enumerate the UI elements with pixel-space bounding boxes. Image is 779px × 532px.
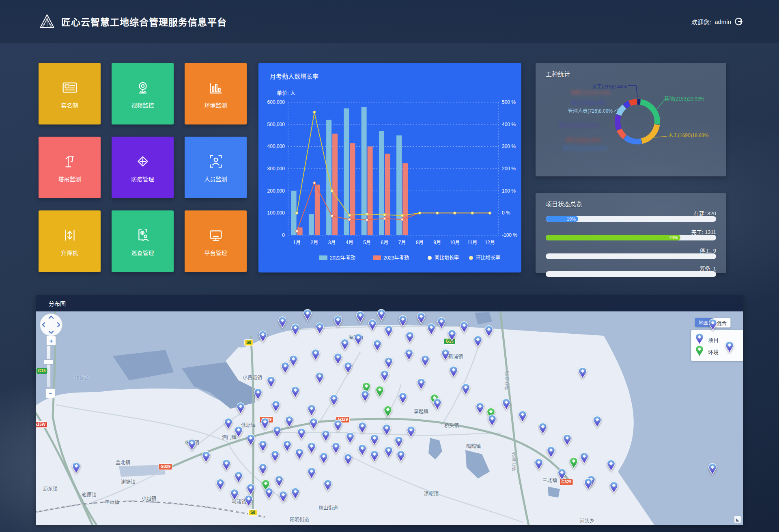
project-marker-pin[interactable] xyxy=(488,414,497,427)
project-marker-pin[interactable] xyxy=(370,434,379,446)
project-marker-pin[interactable] xyxy=(244,495,253,507)
project-marker-pin[interactable] xyxy=(319,452,328,464)
project-marker-pin[interactable] xyxy=(609,481,618,493)
logout-icon[interactable] xyxy=(734,17,743,26)
project-marker-pin[interactable] xyxy=(271,400,280,412)
project-marker-pin[interactable] xyxy=(260,418,269,430)
project-marker-pin[interactable] xyxy=(384,357,393,369)
project-marker-pin[interactable] xyxy=(340,339,349,351)
project-marker-pin[interactable] xyxy=(394,436,403,448)
project-marker-pin[interactable] xyxy=(246,483,255,496)
project-marker-pin[interactable] xyxy=(224,418,233,430)
project-marker-pin[interactable] xyxy=(427,323,436,335)
project-marker-pin[interactable] xyxy=(297,428,306,440)
project-marker-pin[interactable] xyxy=(708,319,717,331)
project-marker-pin[interactable] xyxy=(417,312,426,324)
project-marker-pin[interactable] xyxy=(373,339,382,352)
project-marker-pin[interactable] xyxy=(307,442,316,454)
project-marker-pin[interactable] xyxy=(557,468,566,481)
project-marker-pin[interactable] xyxy=(433,398,442,410)
project-marker-pin[interactable] xyxy=(534,458,543,470)
project-marker-pin[interactable] xyxy=(398,392,407,404)
project-marker-pin[interactable] xyxy=(593,416,602,428)
project-marker-pin[interactable] xyxy=(417,378,426,390)
map-canvas[interactable]: + − 地图 混合 项目环境 ◣ 钱塘江庵东镇新浦镇小曹娥镇低塘镇临山镇泗门镇盖… xyxy=(36,311,743,525)
module-tile-3[interactable]: 环境监测 xyxy=(185,63,247,124)
project-marker-pin[interactable] xyxy=(437,317,446,329)
module-tile-7[interactable]: 升降机 xyxy=(39,210,101,272)
project-marker-pin[interactable] xyxy=(273,426,282,438)
project-marker-pin[interactable] xyxy=(382,424,391,436)
map-zoom-slider-handle[interactable] xyxy=(44,359,54,365)
map-zoom-slider-track[interactable] xyxy=(47,345,51,388)
project-marker-pin[interactable] xyxy=(473,335,482,348)
project-marker-pin[interactable] xyxy=(538,423,547,435)
project-marker-pin[interactable] xyxy=(405,349,413,361)
project-marker-pin[interactable] xyxy=(370,450,379,462)
project-marker-pin[interactable] xyxy=(246,434,255,446)
project-marker-pin[interactable] xyxy=(448,329,456,341)
project-marker-pin[interactable] xyxy=(234,471,243,483)
module-tile-4[interactable]: 塔吊监测 xyxy=(39,137,101,198)
project-marker-pin[interactable] xyxy=(285,416,294,428)
project-marker-pin[interactable] xyxy=(315,322,324,335)
project-marker-pin[interactable] xyxy=(354,333,363,345)
project-marker-pin[interactable] xyxy=(291,324,300,336)
module-tile-8[interactable]: 巡查管理 xyxy=(112,210,174,272)
project-marker-pin[interactable] xyxy=(441,349,450,361)
module-tile-9[interactable]: 平台管理 xyxy=(185,210,247,272)
project-marker-pin[interactable] xyxy=(725,341,734,353)
project-marker-pin[interactable] xyxy=(460,321,469,333)
project-marker-pin[interactable] xyxy=(334,315,342,328)
project-marker-pin[interactable] xyxy=(421,355,430,367)
project-marker-pin[interactable] xyxy=(265,487,273,500)
module-tile-2[interactable]: 视频监控 xyxy=(112,63,174,124)
env-marker-pin[interactable] xyxy=(375,386,384,398)
env-marker-pin[interactable] xyxy=(383,405,392,418)
project-marker-pin[interactable] xyxy=(398,315,407,327)
project-marker-pin[interactable] xyxy=(334,353,342,365)
project-marker-pin[interactable] xyxy=(321,430,330,442)
project-marker-pin[interactable] xyxy=(216,478,225,491)
project-marker-pin[interactable] xyxy=(407,426,415,438)
project-marker-pin[interactable] xyxy=(334,420,342,432)
project-marker-pin[interactable] xyxy=(309,418,318,430)
project-marker-pin[interactable] xyxy=(307,404,316,416)
project-marker-pin[interactable] xyxy=(187,439,196,451)
project-marker-pin[interactable] xyxy=(222,459,231,471)
project-marker-pin[interactable] xyxy=(502,398,511,410)
project-marker-pin[interactable] xyxy=(278,316,287,328)
project-marker-pin[interactable] xyxy=(289,355,298,367)
project-marker-pin[interactable] xyxy=(563,434,572,446)
project-marker-pin[interactable] xyxy=(344,362,353,374)
project-marker-pin[interactable] xyxy=(230,489,239,501)
project-marker-pin[interactable] xyxy=(344,453,353,466)
project-marker-pin[interactable] xyxy=(584,478,593,490)
project-marker-pin[interactable] xyxy=(368,319,377,331)
project-marker-pin[interactable] xyxy=(267,376,275,388)
project-marker-pin[interactable] xyxy=(254,388,263,400)
project-marker-pin[interactable] xyxy=(283,440,292,452)
module-tile-1[interactable]: 实名制 xyxy=(39,63,101,124)
project-marker-pin[interactable] xyxy=(295,448,304,460)
project-marker-pin[interactable] xyxy=(291,386,300,398)
project-marker-pin[interactable] xyxy=(384,325,393,337)
project-marker-pin[interactable] xyxy=(358,422,367,434)
project-marker-pin[interactable] xyxy=(476,402,484,414)
module-tile-6[interactable]: 人员监测 xyxy=(185,137,247,198)
project-marker-pin[interactable] xyxy=(72,462,81,474)
project-marker-pin[interactable] xyxy=(271,450,280,462)
project-marker-pin[interactable] xyxy=(234,426,243,438)
project-marker-pin[interactable] xyxy=(358,444,367,456)
project-marker-pin[interactable] xyxy=(578,367,587,379)
project-marker-pin[interactable] xyxy=(405,331,414,343)
project-marker-pin[interactable] xyxy=(607,459,615,472)
map-attribution-icon[interactable]: ◣ xyxy=(734,516,741,523)
project-marker-pin[interactable] xyxy=(484,325,493,337)
project-marker-pin[interactable] xyxy=(449,366,458,378)
map-zoom-out-button[interactable]: − xyxy=(45,388,55,398)
project-marker-pin[interactable] xyxy=(236,402,245,414)
project-marker-pin[interactable] xyxy=(311,349,320,361)
project-marker-pin[interactable] xyxy=(518,410,527,423)
project-marker-pin[interactable] xyxy=(258,330,267,343)
